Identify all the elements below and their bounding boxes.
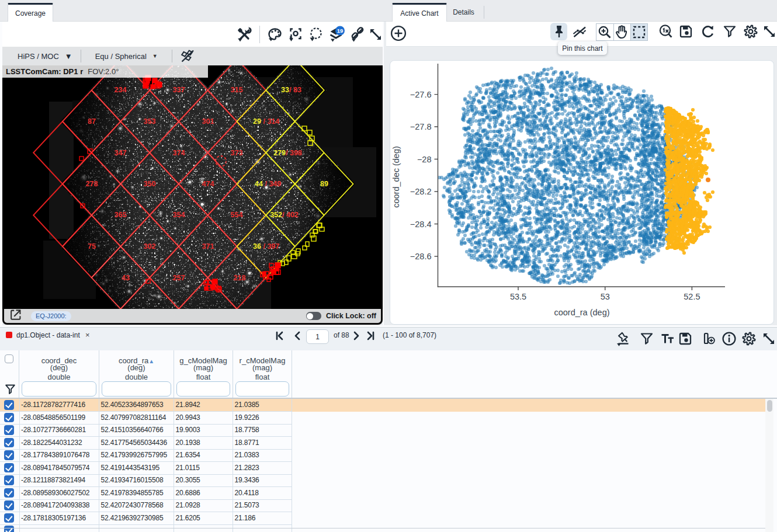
svg-text:371: 371 [202,242,214,251]
svg-text:87: 87 [88,117,96,126]
svg-text:257: 257 [173,274,185,282]
svg-text:89: 89 [320,180,328,188]
svg-text:353: 353 [144,117,156,126]
svg-text:53.5: 53.5 [510,292,526,301]
svg-text:43: 43 [122,274,130,282]
svg-text:/ 349: / 349 [263,180,281,188]
svg-text:52.5: 52.5 [684,292,700,301]
svg-text:75: 75 [88,242,96,251]
svg-text:374: 374 [173,149,185,157]
svg-text:−28: −28 [417,155,432,164]
svg-text:/ 397: / 397 [261,242,279,251]
svg-text:−27.8: −27.8 [410,122,432,131]
svg-text:218: 218 [234,274,246,282]
svg-text:279: 279 [273,149,286,157]
svg-text:/ 83: / 83 [289,86,301,94]
svg-text:−28.6: −28.6 [410,252,432,261]
svg-text:coord_dec (deg): coord_dec (deg) [391,146,401,208]
svg-text:29: 29 [253,117,261,126]
svg-text:44: 44 [255,180,263,188]
svg-text:337: 337 [173,86,185,94]
svg-text:/ 398: / 398 [286,149,302,157]
svg-text:301: 301 [202,117,214,126]
svg-text:350: 350 [144,180,156,188]
svg-text:/ 314: / 314 [261,117,279,126]
svg-text:36: 36 [253,242,261,251]
svg-text:19: 19 [337,27,344,34]
svg-text:347: 347 [115,149,127,157]
svg-text:33: 33 [281,86,289,94]
svg-text:278: 278 [86,180,98,188]
svg-text:365: 365 [115,211,127,219]
svg-text:352: 352 [270,211,282,219]
svg-text:302: 302 [144,242,156,251]
svg-text:554: 554 [231,211,243,219]
svg-text:−27.6: −27.6 [410,90,432,99]
svg-text:53: 53 [601,292,610,301]
svg-text:315: 315 [231,86,243,94]
svg-text:−28.2: −28.2 [410,187,432,196]
svg-text:coord_ra (deg): coord_ra (deg) [554,308,609,317]
svg-text:354: 354 [173,211,185,219]
svg-text:474: 474 [202,180,214,188]
svg-text:−28.4: −28.4 [410,220,432,229]
svg-text:/ 402: / 402 [282,211,299,219]
svg-text:234: 234 [115,86,127,94]
svg-text:373: 373 [231,149,243,157]
